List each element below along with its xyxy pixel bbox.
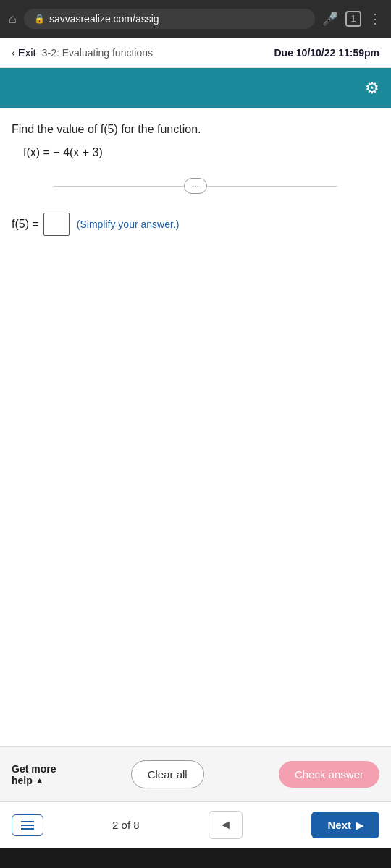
app-header: ‹ Exit 3-2: Evaluating functions Due 10/… xyxy=(0,38,391,68)
url-bar[interactable]: 🔒 savvasrealize.com/assig xyxy=(24,9,315,29)
lesson-title: 3-2: Evaluating functions xyxy=(42,47,269,59)
menu-icon[interactable]: ⋮ xyxy=(369,11,382,27)
list-icon xyxy=(21,821,34,830)
check-answer-button[interactable]: Check answer xyxy=(279,761,379,788)
browser-chrome: ⌂ 🔒 savvasrealize.com/assig 🎤 1 ⋮ xyxy=(0,0,391,38)
function-definition: f(x) = − 4(x + 3) xyxy=(23,146,379,159)
nav-back-button[interactable]: ◄ xyxy=(209,811,243,839)
dark-footer xyxy=(0,848,391,868)
help-arrow-icon: ▲ xyxy=(35,775,44,786)
exit-button[interactable]: ‹ Exit xyxy=(12,46,36,59)
next-button[interactable]: Next ▶ xyxy=(311,812,379,838)
exit-chevron-icon: ‹ xyxy=(12,47,15,59)
expand-dots[interactable]: ··· xyxy=(184,178,207,194)
simplify-hint: (Simplify your answer.) xyxy=(77,218,180,230)
next-arrow-icon: ▶ xyxy=(356,820,363,831)
tab-count[interactable]: 1 xyxy=(345,11,361,27)
settings-icon[interactable]: ⚙ xyxy=(365,79,379,98)
due-date: Due 10/10/22 11:59pm xyxy=(274,47,379,59)
nav-list-button[interactable] xyxy=(12,814,43,836)
back-arrow-icon: ◄ xyxy=(219,817,232,832)
teal-banner: ⚙ xyxy=(0,68,391,109)
answer-row: f(5) = (Simplify your answer.) xyxy=(12,213,379,236)
get-more-label: Get more xyxy=(12,763,56,775)
home-icon[interactable]: ⌂ xyxy=(9,12,17,27)
nav-bar: 2 of 8 ◄ Next ▶ xyxy=(0,801,391,848)
page-info: 2 of 8 xyxy=(112,819,140,831)
mic-icon[interactable]: 🎤 xyxy=(322,11,338,27)
clear-all-button[interactable]: Clear all xyxy=(131,760,204,788)
url-text: savvasrealize.com/assig xyxy=(49,13,159,25)
lock-icon: 🔒 xyxy=(34,14,45,24)
question-area: Find the value of f(5) for the function.… xyxy=(0,109,391,491)
app-container: ‹ Exit 3-2: Evaluating functions Due 10/… xyxy=(0,38,391,848)
bottom-action-bar: Get more help ▲ Clear all Check answer xyxy=(0,746,391,801)
dots-divider: ··· xyxy=(12,172,379,200)
answer-input[interactable] xyxy=(43,213,70,236)
next-label: Next xyxy=(327,819,351,831)
content-spacer xyxy=(0,491,391,746)
exit-label: Exit xyxy=(18,46,36,59)
help-label: help ▲ xyxy=(12,775,44,786)
answer-prefix: f(5) = xyxy=(12,218,39,231)
question-prompt: Find the value of f(5) for the function. xyxy=(12,123,379,136)
get-more-help-button[interactable]: Get more help ▲ xyxy=(12,763,56,786)
